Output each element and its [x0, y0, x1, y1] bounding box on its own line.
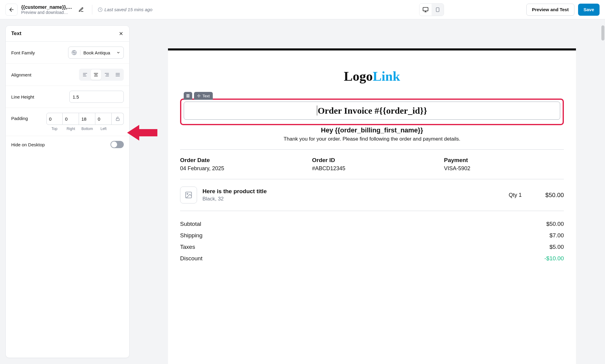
payment-value: VISA-5902 — [444, 165, 564, 172]
taxes-value: $5.00 — [549, 244, 564, 250]
subtotal-value: $50.00 — [546, 221, 564, 227]
product-qty: Qty 1 — [509, 192, 522, 198]
svg-marker-25 — [127, 125, 157, 141]
panel-close-button[interactable] — [118, 31, 124, 36]
move-icon — [197, 94, 201, 98]
svg-rect-2 — [423, 7, 428, 11]
align-left-button[interactable] — [80, 70, 90, 80]
panel-title: Text — [11, 31, 21, 37]
hide-desktop-toggle[interactable] — [110, 141, 124, 148]
email-canvas[interactable]: LogoLink Text Order Invoice #{{order_id}… — [168, 48, 576, 364]
image-icon — [185, 191, 192, 199]
heading-text[interactable]: Order Invoice #{{order_id}} — [184, 102, 560, 120]
alignment-group — [79, 69, 124, 81]
mobile-icon — [435, 7, 440, 13]
clock-icon — [98, 7, 103, 12]
pencil-icon — [78, 7, 84, 12]
arrow-left-icon — [8, 7, 15, 13]
shipping-label: Shipping — [180, 232, 202, 239]
block-type-badge[interactable] — [184, 92, 192, 100]
padding-bottom-label: Bottom — [79, 127, 95, 131]
logo: LogoLink — [180, 69, 564, 84]
subtotal-label: Subtotal — [180, 221, 201, 227]
order-date-label: Order Date — [180, 157, 300, 164]
properties-panel: Text Font Family Book Antiqua Alignment — [5, 25, 130, 358]
taxes-label: Taxes — [180, 244, 195, 250]
unlock-icon — [116, 117, 120, 121]
align-justify-button[interactable] — [113, 70, 123, 80]
totals: Subtotal$50.00 Shipping$7.00 Taxes$5.00 … — [180, 218, 564, 264]
close-icon — [118, 31, 124, 36]
divider — [180, 179, 564, 179]
product-title: Here is the product title — [202, 188, 503, 195]
desktop-icon — [423, 7, 429, 13]
line-height-input[interactable] — [69, 91, 124, 103]
globe-icon — [71, 50, 77, 55]
top-bar: {{customer_name}},… Preview and download… — [0, 0, 605, 19]
align-left-icon — [82, 72, 88, 77]
shipping-value: $7.00 — [549, 232, 564, 239]
device-toggle — [419, 3, 444, 16]
page-title: {{customer_name}},… — [21, 4, 72, 10]
product-variant: Black, 32 — [202, 196, 503, 202]
order-meta: Order Date 04 February, 2025 Order ID #A… — [180, 157, 564, 172]
mobile-view-button[interactable] — [432, 4, 444, 16]
product-price: $50.00 — [545, 192, 564, 199]
svg-rect-5 — [436, 8, 439, 11]
payment-label: Payment — [444, 157, 564, 164]
last-saved: Last saved 15 mins ago — [98, 7, 152, 12]
chevron-down-icon — [116, 50, 120, 55]
align-right-button[interactable] — [102, 70, 112, 80]
padding-left-input[interactable] — [95, 113, 112, 125]
padding-left-label: Left — [95, 127, 112, 131]
columns-icon — [186, 94, 190, 98]
align-center-icon — [93, 72, 99, 77]
padding-lock-button[interactable] — [112, 113, 124, 125]
scrollbar[interactable] — [601, 25, 604, 41]
page-subtitle: Preview and download… — [21, 10, 72, 15]
font-family-select[interactable]: Book Antiqua — [68, 47, 124, 59]
product-thumbnail — [180, 187, 197, 203]
desktop-view-button[interactable] — [419, 4, 432, 16]
selected-text-block[interactable]: Text Order Invoice #{{order_id}} — [180, 99, 564, 125]
discount-label: Discount — [180, 255, 202, 262]
order-id-value: #ABCD12345 — [312, 165, 432, 172]
svg-point-31 — [187, 193, 188, 194]
align-justify-icon — [115, 72, 120, 77]
divider — [180, 211, 564, 211]
preview-test-button[interactable]: Preview and Test — [526, 4, 574, 16]
divider — [180, 149, 564, 150]
padding-bottom-input[interactable] — [79, 113, 95, 125]
padding-top-input[interactable] — [46, 113, 63, 125]
font-family-label: Font Family — [11, 50, 35, 55]
greeting-subtext[interactable]: Thank you for your order. Please find fo… — [180, 136, 564, 142]
order-id-label: Order ID — [312, 157, 432, 164]
padding-right-label: Right — [63, 127, 79, 131]
separator — [92, 5, 92, 15]
align-center-button[interactable] — [91, 70, 101, 80]
save-button[interactable]: Save — [578, 4, 600, 16]
callout-arrow-icon — [127, 124, 157, 142]
svg-rect-24 — [116, 119, 119, 120]
svg-rect-27 — [188, 95, 189, 97]
line-height-label: Line Height — [11, 94, 34, 99]
svg-rect-26 — [187, 95, 188, 97]
padding-right-input[interactable] — [63, 113, 79, 125]
back-button[interactable] — [5, 4, 18, 16]
discount-value: -$10.00 — [544, 255, 564, 262]
padding-label: Padding — [11, 113, 28, 121]
canvas-top-stripe — [168, 48, 576, 50]
order-date-value: 04 February, 2025 — [180, 165, 300, 172]
rename-button[interactable] — [76, 4, 87, 15]
greeting-text[interactable]: Hey {{order_billing_first_name}} — [180, 126, 564, 134]
align-right-icon — [104, 72, 110, 77]
block-label-badge[interactable]: Text — [194, 92, 213, 100]
product-row: Here is the product title Black, 32 Qty … — [180, 187, 564, 203]
alignment-label: Alignment — [11, 72, 31, 77]
hide-desktop-label: Hide on Desktop — [11, 142, 45, 147]
padding-top-label: Top — [46, 127, 63, 131]
